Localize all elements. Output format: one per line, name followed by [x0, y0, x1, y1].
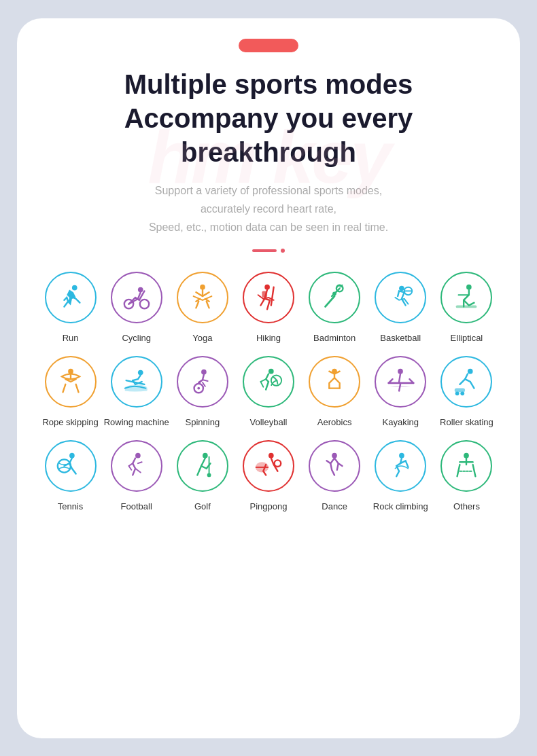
svg-rect-15: [456, 306, 477, 308]
subtitle: Support a variety of professional sports…: [149, 181, 388, 237]
divider-dot: [281, 249, 285, 253]
svg-point-28: [455, 391, 460, 395]
sport-item-tennis: Tennis: [37, 440, 103, 518]
sport-item-volleyball: Volleyball: [235, 356, 301, 433]
sport-icon-pingpong: [243, 440, 294, 492]
sport-item-golf: Golf: [169, 440, 235, 518]
svg-line-6: [271, 287, 274, 306]
sport-label-dance: Dance: [322, 496, 347, 518]
sport-item-spinning: Spinning: [169, 356, 235, 433]
sport-item-rockclimbing: Rock climbing: [368, 440, 434, 518]
sport-item-elliptical: Elliptical: [434, 272, 500, 349]
sport-label-run: Run: [63, 327, 79, 349]
sport-icon-kayaking: [375, 356, 426, 408]
svg-point-11: [399, 286, 404, 291]
sport-item-cycling: Cycling: [103, 272, 169, 349]
sport-label-rollerskating: Roller skating: [440, 412, 493, 433]
svg-point-22: [268, 369, 274, 374]
svg-point-29: [461, 391, 465, 395]
sport-icon-others: [440, 440, 492, 492]
sport-label-volleyball: Volleyball: [250, 412, 288, 433]
svg-point-39: [275, 460, 281, 467]
sport-icon-spinning: [177, 356, 228, 408]
sport-item-others: Others: [434, 440, 500, 518]
sport-item-dance: Dance: [302, 440, 368, 518]
sport-label-football: Football: [121, 496, 152, 518]
svg-point-26: [468, 369, 473, 374]
svg-rect-7: [262, 291, 267, 298]
sport-label-pingpong: Pingpong: [250, 496, 288, 518]
sport-icon-elliptical: [440, 272, 492, 323]
svg-point-32: [135, 453, 141, 458]
sport-item-basketball: Basketball: [368, 272, 434, 349]
sport-label-aerobics: Aerobics: [317, 412, 352, 433]
sport-icon-rollerskating: [440, 356, 492, 408]
sport-label-golf: Golf: [194, 496, 211, 518]
sport-item-yoga: Yoga: [169, 272, 235, 349]
sport-icon-rowing: [111, 356, 162, 408]
sport-label-tennis: Tennis: [58, 496, 84, 518]
sport-label-kayaking: Kayaking: [383, 412, 419, 433]
sport-icon-volleyball: [243, 356, 294, 408]
sport-label-basketball: Basketball: [380, 327, 421, 349]
sport-item-pingpong: Pingpong: [235, 440, 301, 518]
sport-label-badminton: Badminton: [313, 327, 356, 349]
svg-point-21: [197, 387, 200, 390]
sport-item-rollerskating: Roller skating: [434, 356, 500, 433]
svg-point-2: [139, 300, 148, 308]
sport-icon-badminton: [309, 272, 360, 323]
sport-icon-aerobics: [309, 356, 360, 408]
sport-icon-cycling: [111, 272, 162, 323]
svg-point-10: [332, 291, 336, 295]
svg-point-35: [207, 473, 211, 478]
sport-label-rockclimbing: Rock climbing: [373, 496, 428, 518]
sport-icon-run: [45, 272, 97, 323]
sport-label-rope: Rope skipping: [42, 412, 98, 433]
main-card: hm key Multiple sports modesAccompany yo…: [17, 18, 520, 738]
sport-item-hiking: Hiking: [235, 272, 301, 349]
sport-icon-golf: [177, 440, 228, 492]
svg-rect-27: [455, 389, 465, 393]
sport-label-spinning: Spinning: [186, 412, 220, 433]
sport-label-cycling: Cycling: [122, 327, 151, 349]
sport-icon-basketball: [375, 272, 426, 323]
sport-icon-football: [111, 440, 162, 492]
sport-icon-rope: [45, 356, 97, 408]
sport-icon-rockclimbing: [375, 440, 426, 492]
sport-item-kayaking: Kayaking: [368, 356, 434, 433]
sport-item-badminton: Badminton: [302, 272, 368, 349]
sport-item-rope: Rope skipping: [37, 356, 103, 433]
sport-icon-yoga: [177, 272, 228, 323]
sport-label-rowing: Rowing machine: [104, 412, 169, 433]
sports-grid: RunCyclingYogaHikingBadmintonBasketballE…: [37, 272, 500, 518]
sport-item-aerobics: Aerobics: [302, 356, 368, 433]
sport-icon-hiking: [243, 272, 294, 323]
sport-item-rowing: Rowing machine: [103, 356, 169, 433]
sport-mode-badge: [239, 39, 298, 52]
sport-label-hiking: Hiking: [256, 327, 281, 349]
sport-label-elliptical: Elliptical: [451, 327, 483, 349]
sport-label-yoga: Yoga: [192, 327, 212, 349]
sport-label-others: Others: [453, 496, 480, 518]
sport-item-football: Football: [103, 440, 169, 518]
sport-item-run: Run: [37, 272, 103, 349]
divider: [252, 249, 285, 253]
sport-icon-dance: [309, 440, 360, 492]
svg-point-0: [71, 285, 77, 291]
divider-line: [252, 249, 277, 252]
main-title: Multiple sports modesAccompany you every…: [124, 67, 413, 169]
sport-icon-tennis: [45, 440, 97, 492]
